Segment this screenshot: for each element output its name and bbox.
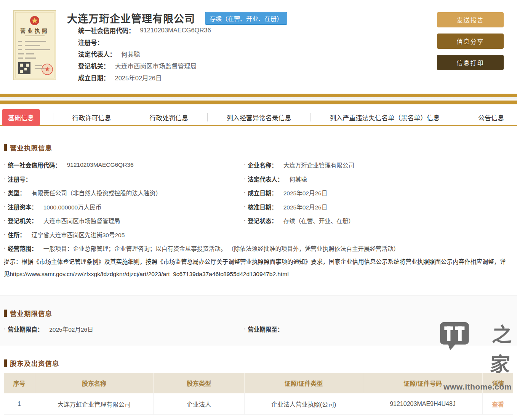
ithome-watermark: 之家 www.ithome.com [439,320,512,391]
gold-bar-top [0,94,517,97]
field-reg-authority: · 登记机关： 大连市西岗区市场监督管理局 [4,214,242,228]
cell-index: 1 [4,393,35,415]
header-field-establish-date: 成立日期： 2025年02月26日 [78,72,211,84]
cell-shareholder-name: 大连万虹企业管理有限公司 [35,393,154,415]
gold-bar-bottom [0,101,517,104]
field-address: · 住所： 辽宁省大连市西岗区先进街30号205 [4,228,242,242]
ithome-logo-icon [439,320,470,352]
license-fields-left: · 统一社会信用代码： 91210203MAECG6QR36 · 注册号： · … [4,158,242,256]
view-detail-link[interactable]: 查看 [492,399,504,409]
field-term-from: · 营业期限自： 2025年02月26日 [4,322,93,336]
field-business-scope: · 经营范围： 一般项目：企业总部管理；企业管理咨询；以自有资金从事投资活动。 … [4,241,511,256]
field-approval-date: · 核准日期： 2025年02月26日 [244,200,513,214]
tab-admin-license[interactable]: 行政许可信息 [66,109,117,126]
gold-bar-gap [0,97,517,101]
tab-basic-info[interactable]: 基础信息 [2,109,40,126]
svg-text:营业执照: 营业执照 [20,28,49,34]
action-buttons: 发送报告 信息分享 信息打印 [437,12,504,76]
section-title-bar [4,310,7,317]
table-row: 1 大连万虹企业管理有限公司 企业法人 企业法人营业执照(公司) 9121020… [4,393,513,415]
ithome-url-text: www.ithome.com [439,382,512,391]
col-header-index: 序号 [4,373,35,393]
tab-separator [53,113,53,121]
term-section-title: 营业期限信息 [4,308,52,318]
tab-announcement[interactable]: 公告信息 [472,109,510,126]
tab-bar: 基础信息 行政许可信息 行政处罚信息 列入经营异常名录信息 列入严重违法失信名单… [0,110,517,126]
tab-abnormal-list[interactable]: 列入经营异常名录信息 [221,109,298,126]
section-title-bar [4,359,7,367]
ithome-logo-row: 之家 [439,320,512,379]
adjustment-notice-text: 提示：根据《市场主体登记管理条例》及其实施细则，按照《市场监管总局办公厅关于调整… [4,256,511,280]
license-section-title: 营业执照信息 [4,143,52,152]
field-company-type: · 类型： 有限责任公司（非自然人投资或控股的法人独资） [4,186,242,200]
tab-separator [459,113,459,121]
send-report-button[interactable]: 发送报告 [437,12,504,27]
cell-cert-no: 91210203MAE9H4U48J [363,393,483,415]
tab-separator [207,113,208,121]
shareholder-section-title: 股东及出资信息 [4,358,59,368]
section-divider [0,295,517,295]
field-term-to: · 营业期限至： [244,322,289,336]
field-registration-status: · 登记状态： 存续（在营、开业、在册） [244,214,513,228]
status-badge: 存续（在营、开业、在册） [205,12,287,25]
field-legal-rep: · 法定代表人： 何其聪 [244,172,513,186]
field-reg-no: · 注册号： [4,172,242,186]
field-registered-capital: · 注册资本： 1000.000000万人民币 [4,200,242,214]
section-title-bar [4,144,7,151]
header-field-reg-no: 注册号： [78,36,211,48]
field-establish-date: · 成立日期： 2025年02月26日 [244,186,513,200]
shareholder-table: 序号 股东名称 股东类型 证照/证件类型 证照/证件号码 详情 1 大连万虹企业… [4,373,513,415]
ithome-cjk-text: 之家 [471,320,514,379]
col-header-cert-type: 证照/证件类型 [245,373,363,393]
cell-cert-type: 企业法人营业执照(公司) [245,393,363,415]
tab-separator [311,113,311,121]
cell-detail: 查看 [483,393,513,415]
tab-separator [130,113,130,121]
print-info-button[interactable]: 信息打印 [437,55,504,70]
tab-blacklist[interactable]: 列入严重违法失信名单（黑名单）信息 [323,109,446,126]
header-field-legal-rep: 法定代表人： 何其聪 [78,48,211,60]
header-title-row: 大连万珩企业管理有限公司 存续（在营、开业、在册） [67,11,287,26]
business-license-graphic: 营业执照 [13,10,56,80]
license-fields-right: · 企业名称： 大连万珩企业管理有限公司 · 法定代表人： 何其聪 · 成立日期… [244,158,513,228]
header-field-reg-authority: 登记机关： 大连市西岗区市场监督管理局 [78,60,211,72]
tab-admin-penalty[interactable]: 行政处罚信息 [143,109,194,126]
col-header-shareholder-name: 股东名称 [35,373,154,393]
field-credit-code: · 统一社会信用代码： 91210203MAECG6QR36 [4,158,242,172]
business-license-image: 营业执照 [13,10,56,80]
page-title: 大连万珩企业管理有限公司 [67,11,195,26]
header-field-credit-code: 统一社会信用代码： 91210203MAECG6QR36 [78,24,211,36]
share-info-button[interactable]: 信息分享 [437,34,504,49]
header-fields: 统一社会信用代码： 91210203MAECG6QR36 注册号： 法定代表人：… [78,24,211,84]
field-company-name: · 企业名称： 大连万珩企业管理有限公司 [244,158,513,172]
col-header-shareholder-type: 股东类型 [154,373,245,393]
gold-divider-bars [0,94,517,104]
table-header-row: 序号 股东名称 股东类型 证照/证件类型 证照/证件号码 详情 [4,373,513,393]
cell-shareholder-type: 企业法人 [154,393,245,415]
